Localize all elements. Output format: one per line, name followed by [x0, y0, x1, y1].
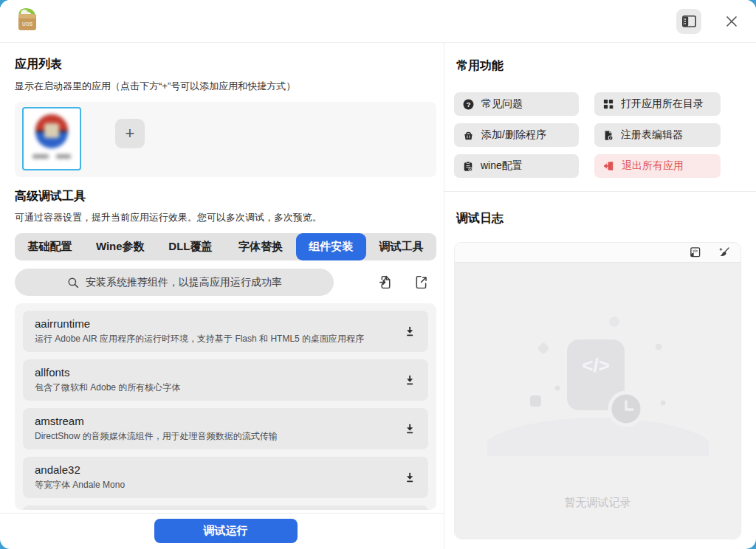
open-app-directory-button[interactable]: 打开应用所在目录 [594, 92, 721, 116]
quit-all-apps-button[interactable]: 退出所有应用 [594, 154, 721, 178]
import-config-button[interactable] [378, 274, 394, 290]
tab-basic-config[interactable]: 基础配置 [15, 233, 85, 260]
broom-icon [718, 246, 730, 258]
left-panel: 应用列表 显示在启动器里的应用（点击下方“+”号可以添加应用和快捷方式） + [0, 43, 444, 549]
tab-font-replace[interactable]: 字体替换 [226, 233, 296, 260]
export-log-button[interactable]: </> [689, 246, 701, 258]
main-content: 应用列表 显示在启动器里的应用（点击下方“+”号可以添加应用和快捷方式） + [0, 43, 756, 549]
download-button[interactable] [403, 373, 416, 387]
question-circle-icon: ? [463, 99, 474, 110]
clear-log-button[interactable] [718, 246, 730, 258]
search-icon [66, 276, 80, 289]
component-list[interactable]: aairruntime 运行 Adobe AIR 应用程序的运行时环境，支持基于… [15, 303, 436, 510]
close-button[interactable] [722, 12, 741, 31]
faq-button[interactable]: ? 常见问题 [454, 92, 579, 116]
quick-actions-grid: ? 常见问题 打开应用所在目录 添加/删除程序 [454, 92, 741, 178]
debug-tools-title: 高级调试工具 [15, 189, 436, 204]
download-button[interactable] [403, 422, 416, 435]
svg-text:</>: </> [693, 249, 698, 253]
download-button[interactable] [403, 471, 416, 484]
debug-run-button[interactable]: 调试运行 [154, 519, 298, 543]
svg-text:?: ? [467, 100, 471, 108]
download-icon [403, 422, 416, 435]
close-icon [724, 14, 739, 29]
app-list-description: 显示在启动器里的应用（点击下方“+”号可以添加应用和快捷方式） [15, 80, 436, 93]
empty-log-illustration: </> [487, 308, 709, 456]
download-icon [403, 373, 416, 387]
app-thumbnail [24, 108, 80, 169]
basket-icon [463, 130, 474, 141]
debug-log-body: </> 暂无调试记录 [455, 263, 740, 539]
search-placeholder: 安装系统推荐组件，以提高应用运行成功率 [86, 276, 282, 289]
component-toolbar: 安装系统推荐组件，以提高应用运行成功率 [15, 269, 436, 296]
debug-tools-tabbar: 基础配置 Wine参数 DLL覆盖 字体替换 组件安装 调试工具 [15, 233, 436, 260]
run-footer: 调试运行 [0, 513, 444, 549]
sidebar-toggle-button[interactable] [676, 9, 701, 34]
tab-wine-params[interactable]: Wine参数 [85, 233, 155, 260]
file-export-icon [413, 274, 429, 290]
download-icon [403, 471, 416, 484]
title-bar: UOS [0, 0, 756, 43]
section-divider [444, 191, 756, 192]
component-search-input[interactable]: 安装系统推荐组件，以提高应用运行成功率 [15, 269, 334, 296]
right-panel: 常用功能 ? 常见问题 打开应用所在目录 [444, 43, 756, 549]
quick-actions-title: 常用功能 [456, 58, 741, 74]
app-list-title: 应用列表 [15, 57, 436, 72]
component-row-allfonts[interactable]: allfonts 包含了微软和 Adobe 的所有核心字体 [23, 359, 428, 401]
plus-icon: + [126, 125, 135, 142]
app-item-selected[interactable] [22, 107, 81, 170]
component-row-amstream[interactable]: amstream DirectShow 的音频媒体流组件，用于处理音频数据的流式… [23, 408, 428, 449]
app-logo-icon: UOS [13, 7, 41, 35]
export-config-button[interactable] [413, 274, 429, 290]
download-icon [403, 325, 416, 338]
svg-text:</>: </> [582, 354, 610, 376]
clipboard-gear-icon [463, 161, 473, 172]
app-grid-icon [603, 99, 614, 109]
debug-log-title: 调试日志 [456, 211, 741, 227]
component-row-andale32[interactable]: andale32 等宽字体 Andale Mono [23, 457, 428, 498]
registry-editor-button[interactable]: 注册表编辑器 [594, 123, 721, 147]
sidebar-layout-icon [682, 15, 696, 27]
tab-component-install[interactable]: 组件安装 [296, 233, 366, 260]
component-row-arial32[interactable]: arial32 [23, 505, 428, 510]
debug-tools-description: 可通过容器设置，提升当前应用运行效果。您可以多次调试，多次预览。 [15, 211, 436, 224]
empty-log-text: 暂无调试记录 [565, 496, 631, 510]
add-app-button[interactable]: + [115, 119, 145, 148]
debug-log-toolbar: </> [455, 243, 740, 263]
log-file-icon: </> [689, 246, 701, 258]
component-row-aairruntime[interactable]: aairruntime 运行 Adobe AIR 应用程序的运行时环境，支持基于… [23, 311, 428, 352]
wine-config-button[interactable]: wine配置 [454, 154, 579, 178]
document-edit-icon [603, 130, 614, 141]
add-remove-programs-button[interactable]: 添加/删除程序 [454, 123, 579, 147]
svg-text:UOS: UOS [22, 21, 33, 27]
exit-icon [603, 161, 614, 171]
app-list-strip: + [15, 102, 436, 177]
download-button[interactable] [403, 325, 416, 338]
app-window: UOS 应用列表 显示在启动器里的应用（ [0, 0, 756, 549]
tab-debug-tools[interactable]: 调试工具 [366, 233, 436, 260]
tab-dll-override[interactable]: DLL覆盖 [155, 233, 225, 260]
file-import-icon [378, 274, 394, 290]
debug-log-panel: </> [454, 242, 741, 539]
